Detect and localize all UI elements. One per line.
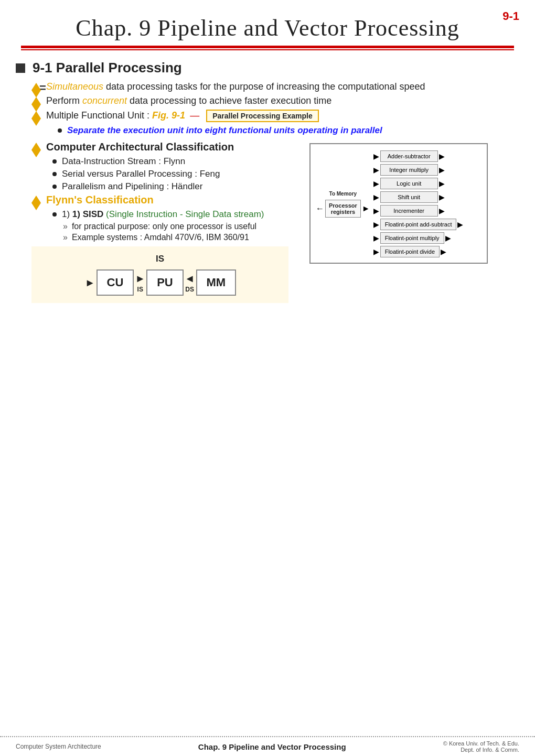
unit-row: ▶Logic unit▶	[372, 178, 446, 189]
sisd-arrow-cu-is: ►	[135, 273, 145, 285]
diamond-icon-5	[31, 196, 41, 203]
page: 9-1 Chap. 9 Pipeline and Vector Processi…	[0, 0, 535, 756]
sisd-prefix: 1)	[62, 209, 72, 219]
unit-arrow-right-icon: ▶	[439, 193, 445, 201]
unit-arrow-right-icon: ▶	[439, 207, 445, 215]
proc-reg-text2: registers	[329, 209, 357, 215]
sisd-label: 1) SISD	[72, 209, 104, 219]
footer-left: Computer System Architecture	[16, 743, 101, 750]
footer-right-line1: © Korea Univ. of Tech. & Edu.	[443, 740, 519, 747]
unit-box-item: Adder-subtractor	[380, 150, 438, 162]
header: 9-1 Chap. 9 Pipeline and Vector Processi…	[0, 0, 535, 50]
unit-box-item: Logic unit	[380, 178, 438, 189]
unit-row: ▶Shift unit▶	[372, 191, 446, 203]
unit-arrow-right-icon: ▶	[441, 247, 446, 256]
sisd-is-label: IS	[137, 286, 143, 293]
unit-arrow-icon: ▶	[373, 234, 379, 242]
unit-arrow-right-icon: ▶	[439, 166, 445, 174]
diamond-icon-3	[31, 111, 41, 118]
unit-arrow-right-icon: ▶	[439, 179, 445, 188]
unit-arrow-icon: ▶	[373, 220, 379, 229]
footer-right-line2: Dept. of Info. & Comm.	[443, 747, 519, 753]
unit-arrow-icon: ▶	[373, 166, 379, 174]
diamond-icon-2	[31, 97, 41, 104]
bullet2-italic: concurrent	[82, 95, 127, 106]
content: 9-1 Parallel Processing = Simultaneous d…	[0, 50, 535, 308]
main-title: Chap. 9 Pipeline and Vector Processing	[21, 9, 514, 46]
unit-row: ▶Floatint-point multiply▶	[372, 232, 452, 244]
bullet2-rest: data processing to achieve faster execut…	[130, 95, 331, 106]
unit-box-item: Floatint-point multiply	[380, 232, 444, 244]
sisd-diagram-label: IS	[40, 254, 280, 264]
page-number: 9-1	[502, 9, 519, 23]
sisd-diagram-row: ► CU ► IS PU ◄ DS	[40, 269, 280, 296]
unit-row: ▶Adder-subtractor▶	[372, 150, 446, 162]
sisd-pu-box: PU	[146, 269, 184, 296]
sisd-sub2-text: Example systems : Amdahl 470V/6, IBM 360…	[72, 233, 249, 242]
bullet2-text: Perform concurrent data processing to ac…	[46, 95, 331, 106]
circle-bullet-icon-2	[52, 159, 57, 164]
bullet4-sub3: Parallelism and Pipelining : Händler	[52, 181, 299, 192]
bullet4-text: Computer Architectural Classification	[46, 141, 234, 153]
sisd-sub1-text: for practical purpose: only one processo…	[72, 222, 256, 231]
bullet3-prefix: Multiple Functional Unit :	[46, 110, 152, 121]
sisd-cu-box: CU	[97, 269, 134, 296]
bullet3-arrow: —	[190, 110, 199, 121]
unit-row: ▶Floatint-point divide▶	[372, 246, 447, 257]
footer-center: Chap. 9 Pipeline and Vector Processing	[198, 742, 346, 751]
section-heading-text: 9-1 Parallel Processing	[33, 60, 182, 76]
unit-arrow-icon: ▶	[373, 207, 379, 215]
unit-arrow-right-icon: ▶	[445, 234, 451, 242]
bullet1-rest: data processing tasks for the purpose of…	[106, 81, 425, 92]
unit-row: ▶Floatint-point add-subtract▶	[372, 219, 465, 230]
to-memory-label: To Memory	[329, 191, 357, 197]
sisd-ds-col: ◄ DS	[184, 273, 196, 293]
bullet3-item: Multiple Functional Unit : Fig. 9-1 — Pa…	[31, 110, 519, 122]
bullet3-sub-text: Separate the execution unit into eight f…	[67, 125, 382, 136]
header-line-thick	[21, 46, 514, 48]
sisd-arrow-ds-left: ◄	[185, 273, 195, 285]
circle-bullet-icon-3	[52, 172, 57, 176]
proc-reg-text: Processor	[329, 202, 357, 209]
sisd-pu-col: PU	[146, 269, 184, 296]
col-right: To Memory ← Processor registers ►	[299, 138, 519, 264]
circle-bullet-icon-1	[58, 128, 62, 133]
sisd-mm-box: MM	[196, 269, 237, 296]
right-diag-layout: To Memory ← Processor registers ►	[316, 150, 482, 257]
sisd-mm-col: MM	[196, 269, 237, 296]
right-diagram: To Memory ← Processor registers ►	[309, 143, 488, 264]
circle-bullet-icon-5	[52, 212, 57, 217]
proc-reg-box: Processor registers	[325, 200, 361, 218]
circle-bullet-icon-4	[52, 185, 57, 189]
bullet1-text: Simultaneous data processing tasks for t…	[46, 81, 425, 92]
unit-arrow-icon: ▶	[373, 179, 379, 188]
header-line-thin	[21, 49, 514, 50]
mem-arrow-left: ←	[316, 204, 324, 213]
bullet3-text: Multiple Functional Unit : Fig. 9-1 — Pa…	[46, 110, 319, 122]
sisd-is-col: ► IS	[134, 273, 146, 293]
col-left: Computer Architectural Classification Da…	[16, 138, 299, 303]
bullet2-prefix: Perform	[46, 95, 82, 106]
bullet1-italic: Simultaneous	[46, 81, 103, 92]
sisd-diagram: IS ► CU ► IS PU	[31, 246, 288, 303]
arrow-bullet-icon-1: »	[63, 222, 68, 231]
bullet1-item: Simultaneous data processing tasks for t…	[31, 81, 519, 92]
unit-row: ▶Incrementer▶	[372, 205, 446, 217]
parallel-processing-label: Parallel Processing Example	[206, 110, 319, 122]
sisd-full-text: (Single Instruction - Single Data stream…	[106, 209, 264, 219]
sisd-sub2: » Example systems : Amdahl 470V/6, IBM 3…	[63, 233, 299, 242]
unit-row: ▶Integer multiply▶	[372, 164, 446, 176]
sisd-sub1: » for practical purpose: only one proces…	[63, 222, 299, 231]
unit-boxes: ▶Adder-subtractor▶▶Integer multiply▶▶Log…	[372, 150, 465, 257]
unit-box-item: Floatint-point add-subtract	[380, 219, 457, 230]
sisd-cu-col: CU	[97, 269, 134, 296]
sisd-arrow-in: ►	[85, 277, 95, 289]
mem-arrow-row: ← Processor registers ►	[316, 200, 370, 218]
unit-arrow-icon: ▶	[373, 247, 379, 256]
flynns-classification-heading: Flynn's Classification	[46, 194, 154, 206]
bullet4-sub1: Data-Instruction Stream : Flynn	[52, 156, 299, 167]
section-heading: 9-1 Parallel Processing	[16, 60, 519, 76]
unit-arrow-icon: ▶	[373, 152, 379, 160]
footer: Computer System Architecture Chap. 9 Pip…	[0, 736, 535, 756]
diamond-icon-4	[31, 143, 41, 150]
